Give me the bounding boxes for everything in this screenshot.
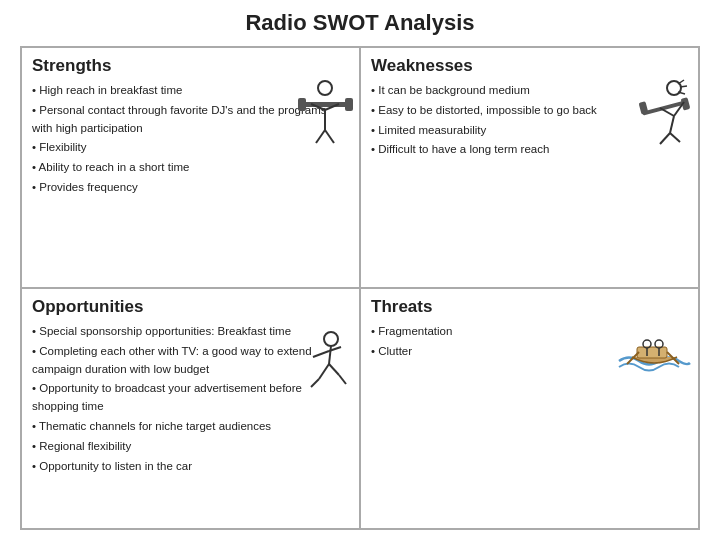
swot-grid: Strengths • High reach in breakfast time…	[20, 46, 700, 530]
opportunities-title: Opportunities	[32, 297, 349, 317]
threats-title: Threats	[371, 297, 688, 317]
svg-rect-3	[345, 98, 353, 111]
svg-line-19	[680, 86, 687, 87]
weaknesses-quadrant: Weaknesses • It can be background medium…	[360, 47, 699, 288]
svg-line-28	[339, 375, 346, 384]
opportunities-icon	[301, 329, 351, 394]
list-item: • Thematic channels for niche target aud…	[32, 418, 349, 436]
strengths-title: Strengths	[32, 56, 349, 76]
threats-icon	[617, 319, 692, 374]
svg-line-8	[325, 130, 334, 143]
strengths-quadrant: Strengths • High reach in breakfast time…	[21, 47, 360, 288]
list-item: • Ability to reach in a short time	[32, 159, 349, 177]
svg-rect-1	[300, 102, 351, 107]
svg-rect-11	[639, 101, 649, 114]
list-item: • Opportunity to listen in the car	[32, 458, 349, 476]
opportunities-quadrant: Opportunities • Special sponsorship oppo…	[21, 288, 360, 529]
threats-quadrant: Threats • Fragmentation • Clutter	[360, 288, 699, 529]
strengths-icon	[298, 78, 353, 148]
svg-line-15	[670, 116, 674, 133]
svg-line-26	[329, 364, 339, 375]
page: Radio SWOT Analysis Strengths • High rea…	[0, 0, 720, 540]
svg-line-17	[670, 133, 680, 142]
page-title: Radio SWOT Analysis	[20, 10, 700, 36]
list-item: • Provides frequency	[32, 179, 349, 197]
svg-line-25	[319, 364, 329, 379]
svg-line-23	[313, 351, 329, 357]
svg-line-16	[660, 133, 670, 144]
svg-rect-2	[298, 98, 306, 111]
svg-point-21	[324, 332, 338, 346]
list-item: • Regional flexibility	[32, 438, 349, 456]
svg-line-27	[311, 379, 319, 387]
svg-line-7	[316, 130, 325, 143]
svg-point-0	[318, 81, 332, 95]
weaknesses-icon	[632, 78, 692, 148]
weaknesses-title: Weaknesses	[371, 56, 688, 76]
svg-line-22	[329, 346, 331, 364]
svg-rect-29	[637, 347, 667, 358]
